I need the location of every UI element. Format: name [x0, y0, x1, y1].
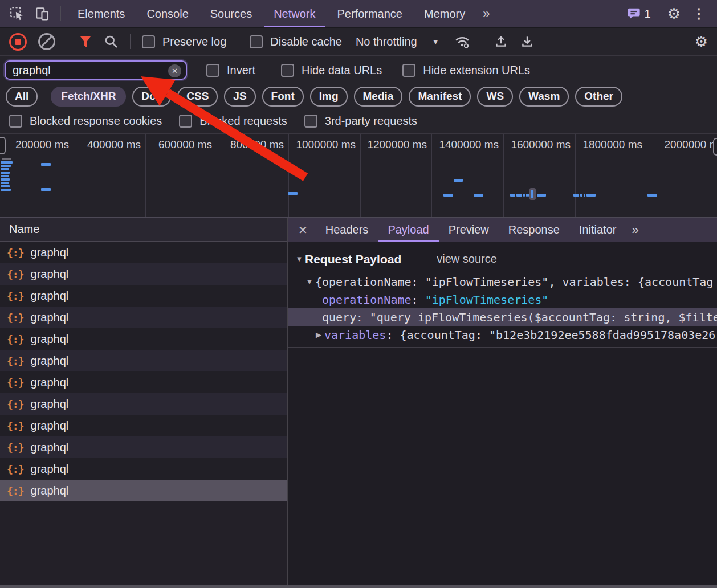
waterfall-bar[interactable]: [526, 194, 528, 197]
throttling-select[interactable]: No throttling ▼: [356, 35, 439, 48]
checkbox[interactable]: [142, 35, 155, 48]
waterfall-bar[interactable]: [529, 188, 536, 200]
waterfall-bar[interactable]: [443, 194, 453, 197]
waterfall-bar[interactable]: [288, 192, 298, 195]
third-party-requests-checkbox[interactable]: 3rd-party requests: [304, 115, 417, 128]
hide-data-urls-checkbox[interactable]: Hide data URLs: [281, 64, 382, 77]
clear-filter-icon[interactable]: ✕: [168, 64, 181, 77]
chip-all[interactable]: All: [6, 87, 38, 107]
close-detail-icon[interactable]: ✕: [296, 223, 316, 237]
network-conditions-icon[interactable]: [454, 34, 470, 49]
request-row[interactable]: {:}graphql: [0, 285, 287, 307]
overview-scroll-handle-right[interactable]: [713, 138, 717, 156]
request-row[interactable]: {:}graphql: [0, 242, 287, 263]
more-tabs-icon[interactable]: »: [477, 6, 496, 21]
waterfall-bar[interactable]: [1, 161, 13, 164]
tab-initiator[interactable]: Initiator: [569, 218, 626, 242]
filter-funnel-icon[interactable]: [79, 35, 92, 48]
disable-cache-checkbox[interactable]: Disable cache: [250, 35, 342, 48]
chip-media[interactable]: Media: [354, 87, 403, 107]
request-row[interactable]: {:}graphql: [0, 436, 287, 458]
view-source-link[interactable]: view source: [437, 252, 497, 266]
waterfall-bar[interactable]: [573, 194, 579, 197]
waterfall-bar[interactable]: [584, 194, 585, 197]
checkbox[interactable]: [9, 115, 22, 128]
chip-css[interactable]: CSS: [177, 87, 218, 107]
issues-badge[interactable]: 1: [627, 7, 651, 21]
waterfall-bar[interactable]: [516, 194, 522, 197]
filter-input[interactable]: [5, 60, 187, 80]
inspect-element-icon[interactable]: [6, 2, 28, 25]
waterfall-bar[interactable]: [454, 179, 463, 182]
waterfall-bar[interactable]: [523, 194, 525, 197]
chip-other[interactable]: Other: [575, 87, 622, 107]
chip-fetch-xhr[interactable]: Fetch/XHR: [51, 87, 126, 107]
waterfall-bar[interactable]: [41, 163, 51, 166]
chip-img[interactable]: Img: [310, 87, 348, 107]
waterfall-bar[interactable]: [580, 194, 582, 197]
checkbox[interactable]: [250, 35, 263, 48]
waterfall-bar[interactable]: [1, 175, 9, 177]
checkbox[interactable]: [304, 115, 317, 128]
request-row[interactable]: {:}graphql: [0, 393, 287, 415]
chip-manifest[interactable]: Manifest: [409, 87, 471, 107]
expand-triangle-icon[interactable]: ▶: [313, 330, 324, 339]
request-row[interactable]: {:}graphql: [0, 371, 287, 393]
search-icon[interactable]: [104, 34, 119, 49]
overview-scroll-handle-left[interactable]: [0, 137, 6, 154]
waterfall-bar[interactable]: [1, 168, 9, 170]
checkbox[interactable]: [179, 115, 192, 128]
tab-sources[interactable]: Sources: [201, 0, 262, 27]
chip-js[interactable]: JS: [224, 87, 255, 107]
checkbox[interactable]: [281, 64, 294, 77]
tab-payload[interactable]: Payload: [378, 218, 438, 242]
hide-extension-urls-checkbox[interactable]: Hide extension URLs: [402, 64, 530, 77]
waterfall-bar[interactable]: [1, 172, 10, 174]
waterfall-bar[interactable]: [647, 194, 657, 197]
chip-doc[interactable]: Doc: [132, 87, 171, 107]
waterfall-bar[interactable]: [1, 182, 9, 184]
waterfall-bar[interactable]: [1, 178, 10, 181]
tab-memory[interactable]: Memory: [414, 0, 475, 27]
payload-row-selected[interactable]: query: "query ipFlowTimeseries($accountT…: [288, 308, 717, 326]
request-row[interactable]: {:}graphql: [0, 263, 287, 285]
payload-preview-line[interactable]: {operationName: "ipFlowTimeseries", vari…: [315, 275, 713, 289]
waterfall-bar[interactable]: [1, 185, 10, 187]
checkbox[interactable]: [402, 64, 415, 77]
request-row[interactable]: {:}graphql: [0, 328, 287, 350]
import-har-icon[interactable]: [494, 34, 508, 49]
collapse-triangle-icon[interactable]: ▼: [294, 255, 305, 263]
network-overview-timeline[interactable]: 200000 ms 400000 ms 600000 ms 800000 ms …: [0, 134, 717, 218]
tab-preview[interactable]: Preview: [439, 218, 499, 242]
waterfall-bar[interactable]: [1, 165, 11, 167]
chip-font[interactable]: Font: [262, 87, 304, 107]
waterfall-bar[interactable]: [537, 194, 546, 197]
network-settings-gear-icon[interactable]: ⚙: [695, 34, 708, 49]
waterfall-bar[interactable]: [474, 194, 483, 197]
checkbox[interactable]: [206, 64, 219, 77]
waterfall-bar[interactable]: [41, 188, 51, 191]
tab-console[interactable]: Console: [137, 0, 198, 27]
waterfall-bar[interactable]: [2, 158, 11, 160]
waterfall-bar[interactable]: [586, 194, 596, 197]
record-network-log-icon[interactable]: [9, 33, 27, 51]
chip-ws[interactable]: WS: [477, 87, 513, 107]
blocked-requests-checkbox[interactable]: Blocked requests: [179, 115, 287, 128]
tab-elements[interactable]: Elements: [68, 0, 135, 27]
tab-response[interactable]: Response: [499, 218, 569, 242]
request-row-selected[interactable]: {:}graphql: [0, 480, 287, 501]
device-toolbar-icon[interactable]: [31, 2, 54, 25]
more-detail-tabs-icon[interactable]: »: [626, 223, 645, 238]
export-har-icon[interactable]: [520, 34, 535, 49]
request-row[interactable]: {:}graphql: [0, 307, 287, 328]
request-row[interactable]: {:}graphql: [0, 458, 287, 480]
kebab-menu-icon[interactable]: ⋮: [689, 6, 709, 22]
request-row[interactable]: {:}graphql: [0, 415, 287, 436]
waterfall-bar[interactable]: [510, 194, 515, 197]
waterfall-bar[interactable]: [1, 189, 11, 191]
clear-network-log-icon[interactable]: [38, 33, 55, 50]
invert-checkbox[interactable]: Invert: [206, 64, 255, 77]
tab-headers[interactable]: Headers: [316, 218, 378, 242]
tab-performance[interactable]: Performance: [328, 0, 413, 27]
blocked-response-cookies-checkbox[interactable]: Blocked response cookies: [9, 115, 162, 128]
